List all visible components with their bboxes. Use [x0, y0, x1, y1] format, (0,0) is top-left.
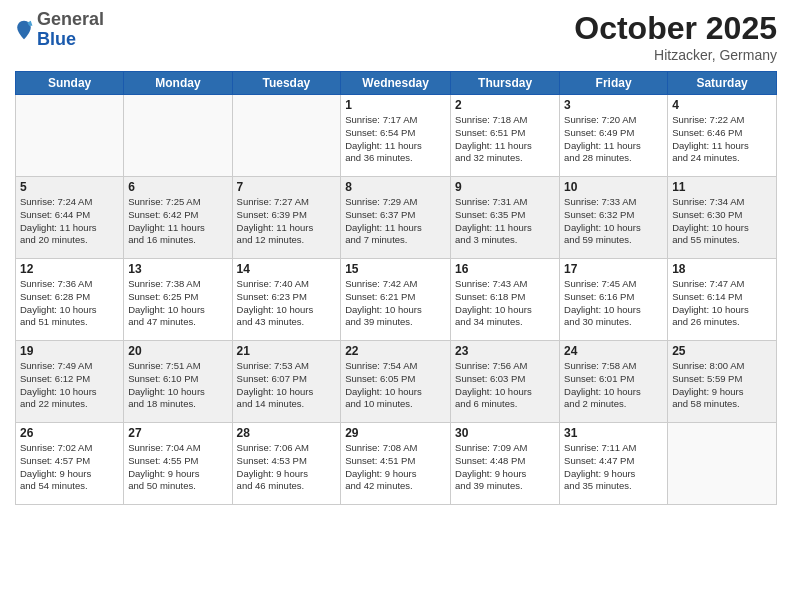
day-info: Sunrise: 7:33 AM Sunset: 6:32 PM Dayligh… — [564, 196, 663, 247]
day-number: 22 — [345, 344, 446, 358]
day-number: 6 — [128, 180, 227, 194]
day-number: 29 — [345, 426, 446, 440]
calendar-cell: 26Sunrise: 7:02 AM Sunset: 4:57 PM Dayli… — [16, 423, 124, 505]
day-info: Sunrise: 7:29 AM Sunset: 6:37 PM Dayligh… — [345, 196, 446, 247]
day-number: 4 — [672, 98, 772, 112]
calendar-cell: 10Sunrise: 7:33 AM Sunset: 6:32 PM Dayli… — [560, 177, 668, 259]
day-number: 13 — [128, 262, 227, 276]
day-number: 16 — [455, 262, 555, 276]
weekday-header: Thursday — [451, 72, 560, 95]
calendar-week-row: 1Sunrise: 7:17 AM Sunset: 6:54 PM Daylig… — [16, 95, 777, 177]
day-info: Sunrise: 7:20 AM Sunset: 6:49 PM Dayligh… — [564, 114, 663, 165]
calendar-cell: 30Sunrise: 7:09 AM Sunset: 4:48 PM Dayli… — [451, 423, 560, 505]
calendar-cell — [124, 95, 232, 177]
calendar-cell: 14Sunrise: 7:40 AM Sunset: 6:23 PM Dayli… — [232, 259, 341, 341]
weekday-header: Friday — [560, 72, 668, 95]
logo-icon — [15, 19, 33, 41]
calendar-cell: 13Sunrise: 7:38 AM Sunset: 6:25 PM Dayli… — [124, 259, 232, 341]
calendar-cell: 6Sunrise: 7:25 AM Sunset: 6:42 PM Daylig… — [124, 177, 232, 259]
calendar-cell: 21Sunrise: 7:53 AM Sunset: 6:07 PM Dayli… — [232, 341, 341, 423]
day-number: 12 — [20, 262, 119, 276]
day-info: Sunrise: 7:49 AM Sunset: 6:12 PM Dayligh… — [20, 360, 119, 411]
calendar-cell: 9Sunrise: 7:31 AM Sunset: 6:35 PM Daylig… — [451, 177, 560, 259]
title-block: October 2025 Hitzacker, Germany — [574, 10, 777, 63]
day-info: Sunrise: 7:09 AM Sunset: 4:48 PM Dayligh… — [455, 442, 555, 493]
calendar-cell: 22Sunrise: 7:54 AM Sunset: 6:05 PM Dayli… — [341, 341, 451, 423]
calendar-week-row: 26Sunrise: 7:02 AM Sunset: 4:57 PM Dayli… — [16, 423, 777, 505]
weekday-header: Monday — [124, 72, 232, 95]
day-number: 2 — [455, 98, 555, 112]
day-number: 7 — [237, 180, 337, 194]
day-number: 10 — [564, 180, 663, 194]
calendar-cell: 31Sunrise: 7:11 AM Sunset: 4:47 PM Dayli… — [560, 423, 668, 505]
day-info: Sunrise: 7:06 AM Sunset: 4:53 PM Dayligh… — [237, 442, 337, 493]
calendar-cell: 1Sunrise: 7:17 AM Sunset: 6:54 PM Daylig… — [341, 95, 451, 177]
day-number: 14 — [237, 262, 337, 276]
calendar-cell — [668, 423, 777, 505]
calendar-cell — [16, 95, 124, 177]
day-number: 28 — [237, 426, 337, 440]
day-info: Sunrise: 7:51 AM Sunset: 6:10 PM Dayligh… — [128, 360, 227, 411]
day-info: Sunrise: 7:11 AM Sunset: 4:47 PM Dayligh… — [564, 442, 663, 493]
calendar-cell: 5Sunrise: 7:24 AM Sunset: 6:44 PM Daylig… — [16, 177, 124, 259]
location: Hitzacker, Germany — [574, 47, 777, 63]
day-number: 1 — [345, 98, 446, 112]
calendar-cell: 19Sunrise: 7:49 AM Sunset: 6:12 PM Dayli… — [16, 341, 124, 423]
day-number: 31 — [564, 426, 663, 440]
day-info: Sunrise: 7:04 AM Sunset: 4:55 PM Dayligh… — [128, 442, 227, 493]
day-number: 3 — [564, 98, 663, 112]
calendar-cell: 12Sunrise: 7:36 AM Sunset: 6:28 PM Dayli… — [16, 259, 124, 341]
page-header: General Blue October 2025 Hitzacker, Ger… — [15, 10, 777, 63]
day-number: 15 — [345, 262, 446, 276]
calendar-cell: 2Sunrise: 7:18 AM Sunset: 6:51 PM Daylig… — [451, 95, 560, 177]
day-number: 11 — [672, 180, 772, 194]
calendar-week-row: 19Sunrise: 7:49 AM Sunset: 6:12 PM Dayli… — [16, 341, 777, 423]
calendar-week-row: 12Sunrise: 7:36 AM Sunset: 6:28 PM Dayli… — [16, 259, 777, 341]
day-info: Sunrise: 7:34 AM Sunset: 6:30 PM Dayligh… — [672, 196, 772, 247]
logo-blue: Blue — [37, 30, 104, 50]
month-title: October 2025 — [574, 10, 777, 47]
calendar-cell — [232, 95, 341, 177]
calendar-cell: 15Sunrise: 7:42 AM Sunset: 6:21 PM Dayli… — [341, 259, 451, 341]
day-info: Sunrise: 7:42 AM Sunset: 6:21 PM Dayligh… — [345, 278, 446, 329]
day-info: Sunrise: 7:38 AM Sunset: 6:25 PM Dayligh… — [128, 278, 227, 329]
day-info: Sunrise: 7:31 AM Sunset: 6:35 PM Dayligh… — [455, 196, 555, 247]
day-info: Sunrise: 7:53 AM Sunset: 6:07 PM Dayligh… — [237, 360, 337, 411]
day-info: Sunrise: 7:18 AM Sunset: 6:51 PM Dayligh… — [455, 114, 555, 165]
day-info: Sunrise: 7:22 AM Sunset: 6:46 PM Dayligh… — [672, 114, 772, 165]
calendar-cell: 28Sunrise: 7:06 AM Sunset: 4:53 PM Dayli… — [232, 423, 341, 505]
day-number: 24 — [564, 344, 663, 358]
day-info: Sunrise: 7:36 AM Sunset: 6:28 PM Dayligh… — [20, 278, 119, 329]
day-number: 19 — [20, 344, 119, 358]
calendar-table: SundayMondayTuesdayWednesdayThursdayFrid… — [15, 71, 777, 505]
calendar-cell: 20Sunrise: 7:51 AM Sunset: 6:10 PM Dayli… — [124, 341, 232, 423]
day-number: 30 — [455, 426, 555, 440]
weekday-header: Tuesday — [232, 72, 341, 95]
day-number: 18 — [672, 262, 772, 276]
calendar-cell: 8Sunrise: 7:29 AM Sunset: 6:37 PM Daylig… — [341, 177, 451, 259]
weekday-header: Wednesday — [341, 72, 451, 95]
calendar-cell: 29Sunrise: 7:08 AM Sunset: 4:51 PM Dayli… — [341, 423, 451, 505]
calendar-cell: 4Sunrise: 7:22 AM Sunset: 6:46 PM Daylig… — [668, 95, 777, 177]
calendar-week-row: 5Sunrise: 7:24 AM Sunset: 6:44 PM Daylig… — [16, 177, 777, 259]
calendar-cell: 27Sunrise: 7:04 AM Sunset: 4:55 PM Dayli… — [124, 423, 232, 505]
day-number: 25 — [672, 344, 772, 358]
day-info: Sunrise: 7:45 AM Sunset: 6:16 PM Dayligh… — [564, 278, 663, 329]
day-info: Sunrise: 7:43 AM Sunset: 6:18 PM Dayligh… — [455, 278, 555, 329]
calendar-cell: 23Sunrise: 7:56 AM Sunset: 6:03 PM Dayli… — [451, 341, 560, 423]
day-number: 20 — [128, 344, 227, 358]
day-number: 5 — [20, 180, 119, 194]
day-info: Sunrise: 7:24 AM Sunset: 6:44 PM Dayligh… — [20, 196, 119, 247]
day-number: 8 — [345, 180, 446, 194]
calendar-cell: 17Sunrise: 7:45 AM Sunset: 6:16 PM Dayli… — [560, 259, 668, 341]
calendar-cell: 25Sunrise: 8:00 AM Sunset: 5:59 PM Dayli… — [668, 341, 777, 423]
logo-general: General — [37, 10, 104, 30]
day-info: Sunrise: 7:25 AM Sunset: 6:42 PM Dayligh… — [128, 196, 227, 247]
weekday-header-row: SundayMondayTuesdayWednesdayThursdayFrid… — [16, 72, 777, 95]
day-number: 26 — [20, 426, 119, 440]
day-info: Sunrise: 7:56 AM Sunset: 6:03 PM Dayligh… — [455, 360, 555, 411]
day-number: 17 — [564, 262, 663, 276]
calendar-cell: 18Sunrise: 7:47 AM Sunset: 6:14 PM Dayli… — [668, 259, 777, 341]
calendar-cell: 3Sunrise: 7:20 AM Sunset: 6:49 PM Daylig… — [560, 95, 668, 177]
day-info: Sunrise: 7:02 AM Sunset: 4:57 PM Dayligh… — [20, 442, 119, 493]
